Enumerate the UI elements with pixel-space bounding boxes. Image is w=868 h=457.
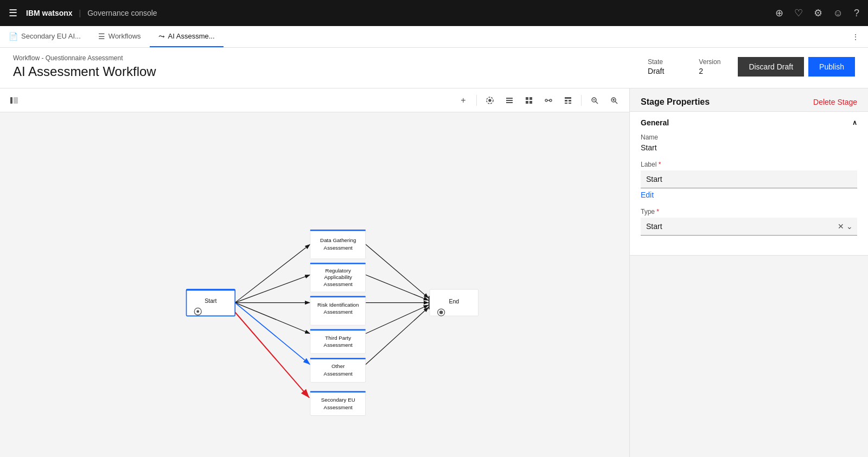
nav-icons: ⊕ ♡ ⚙ ☺ ?: [775, 7, 859, 19]
svg-rect-1: [14, 97, 18, 104]
version-group: Version 2: [699, 58, 720, 75]
svg-text:Assessment: Assessment: [324, 281, 353, 287]
svg-text:Assessment: Assessment: [324, 342, 353, 348]
nav-separator: |: [79, 9, 81, 17]
document-icon: 📄: [9, 32, 18, 41]
page-actions: Discard Draft Publish: [738, 57, 855, 77]
svg-line-20: [596, 101, 598, 104]
version-label: Version: [699, 58, 720, 66]
svg-rect-0: [10, 97, 12, 104]
svg-line-33: [235, 303, 310, 334]
panel-header: Stage Properties Delete Stage: [630, 88, 868, 111]
svg-point-46: [196, 310, 199, 313]
svg-rect-8: [529, 97, 532, 100]
delete-stage-button[interactable]: Delete Stage: [813, 98, 857, 106]
general-section: General ∧ Name Start Label Edit Type: [630, 111, 868, 256]
svg-rect-4: [506, 98, 513, 99]
tab-ai-assessment[interactable]: ⤳ AI Assessme...: [150, 26, 224, 47]
state-label: State: [648, 58, 664, 66]
discard-draft-button[interactable]: Discard Draft: [738, 57, 804, 77]
svg-text:Assessment: Assessment: [324, 371, 353, 377]
svg-rect-14: [565, 97, 571, 99]
svg-rect-65: [310, 358, 366, 359]
type-field-label: Type: [641, 208, 857, 215]
svg-text:Risk Identification: Risk Identification: [317, 302, 359, 308]
svg-rect-6: [506, 102, 513, 103]
grid-view-button[interactable]: [520, 92, 538, 109]
type-field-group: Type Start End Process ✕ ⌄: [641, 208, 857, 236]
top-navigation: ☰ IBM watsonx | Governance console ⊕ ♡ ⚙…: [0, 0, 868, 26]
svg-rect-48: [310, 230, 366, 231]
svg-rect-5: [506, 100, 513, 101]
notification-icon[interactable]: ♡: [794, 7, 803, 19]
canvas-area[interactable]: +: [0, 88, 629, 457]
help-icon[interactable]: ?: [854, 8, 859, 19]
svg-line-39: [366, 305, 429, 334]
svg-line-36: [366, 244, 429, 298]
svg-text:Data Gathering: Data Gathering: [320, 237, 356, 243]
svg-rect-43: [187, 289, 235, 290]
svg-point-3: [489, 99, 491, 101]
list-view-button[interactable]: [501, 92, 518, 109]
panel-title: Stage Properties: [641, 97, 710, 107]
svg-text:Other: Other: [331, 363, 345, 369]
tab-bar: 📄 Secondary EU AI... ☰ Workflows ⤳ AI As…: [0, 26, 868, 48]
table-icon: ☰: [98, 32, 105, 41]
sidebar-toggle-button[interactable]: [7, 93, 22, 108]
chevron-up-icon: ∧: [852, 119, 857, 126]
svg-rect-52: [310, 263, 366, 264]
tab-secondary-eu[interactable]: 📄 Secondary EU AI...: [0, 26, 90, 47]
brand-name: IBM watsonx: [26, 9, 73, 17]
workflow-icon: ⤳: [158, 32, 165, 41]
svg-text:Assessment: Assessment: [324, 309, 353, 315]
type-select-wrapper: Start End Process ✕ ⌄: [641, 218, 857, 236]
svg-text:Assessment: Assessment: [324, 404, 353, 410]
hamburger-menu[interactable]: ☰: [9, 7, 17, 19]
publish-button[interactable]: Publish: [808, 57, 855, 77]
svg-text:Assessment: Assessment: [324, 245, 353, 251]
svg-line-37: [366, 275, 429, 300]
user-icon[interactable]: ☺: [833, 8, 843, 19]
svg-rect-7: [526, 97, 528, 100]
edit-link[interactable]: Edit: [641, 191, 654, 199]
name-label: Name: [641, 134, 857, 141]
page-header: Workflow - Questionnaire Assessment AI A…: [0, 48, 868, 88]
tab-workflows[interactable]: ☰ Workflows: [90, 26, 150, 47]
add-icon[interactable]: ⊕: [775, 7, 783, 19]
svg-rect-57: [310, 296, 366, 297]
arrange-button[interactable]: [540, 92, 557, 109]
label-input[interactable]: [641, 170, 857, 188]
svg-line-40: [366, 307, 429, 365]
page-meta: State Draft Version 2: [648, 58, 720, 75]
general-section-header[interactable]: General ∧: [630, 112, 868, 134]
svg-text:Regulatory: Regulatory: [326, 268, 351, 274]
tab-more-menu[interactable]: ⋮: [843, 26, 868, 47]
general-section-content: Name Start Label Edit Type Start End: [630, 134, 868, 255]
name-value: Start: [641, 143, 857, 152]
svg-text:Secondary EU: Secondary EU: [321, 397, 355, 403]
lasso-tool-button[interactable]: [481, 92, 499, 109]
svg-text:End: End: [449, 298, 459, 304]
svg-rect-60: [310, 329, 366, 354]
type-select[interactable]: Start End Process: [641, 218, 857, 235]
svg-rect-17: [565, 103, 567, 104]
zoom-in-button[interactable]: [605, 92, 623, 109]
right-panel: Stage Properties Delete Stage General ∧ …: [629, 88, 868, 457]
svg-line-30: [235, 244, 310, 303]
breadcrumb: Workflow - Questionnaire Assessment: [13, 54, 648, 62]
svg-line-31: [235, 275, 310, 302]
svg-rect-61: [310, 329, 366, 331]
add-node-button[interactable]: +: [455, 92, 472, 109]
workflow-diagram[interactable]: Start Data Gathering Assessment Regulato…: [0, 112, 629, 457]
svg-point-11: [545, 99, 547, 101]
settings-icon[interactable]: ⚙: [814, 7, 822, 19]
zoom-out-button[interactable]: [586, 92, 603, 109]
name-field-group: Name Start: [641, 134, 857, 152]
svg-line-23: [615, 101, 617, 104]
svg-rect-69: [310, 391, 366, 392]
svg-text:Applicability: Applicability: [324, 274, 352, 280]
svg-rect-16: [569, 100, 571, 101]
page-header-left: Workflow - Questionnaire Assessment AI A…: [13, 54, 648, 79]
svg-rect-64: [310, 358, 366, 383]
table-layout-button[interactable]: [559, 92, 577, 109]
